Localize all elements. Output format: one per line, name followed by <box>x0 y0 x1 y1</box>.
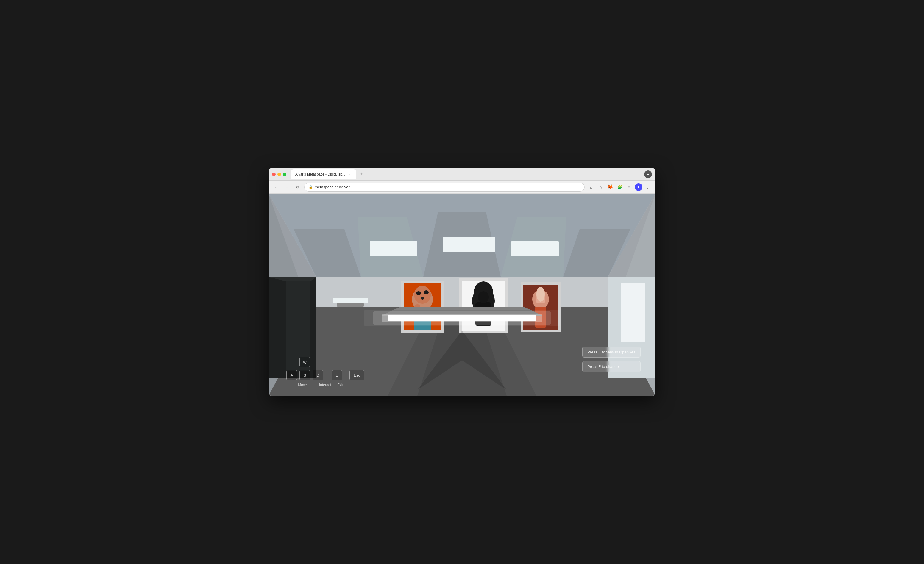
a-key: A <box>286 370 297 380</box>
exit-label: Exit <box>332 383 349 387</box>
refresh-icon: ↻ <box>296 185 300 190</box>
search-icon-button[interactable]: ⌕ <box>587 183 596 191</box>
interact-label: Interact <box>318 383 332 387</box>
bookmark-icon[interactable]: ☆ <box>597 183 605 191</box>
tab-bar: Alvar's Metaspace - Digital sp... × + <box>291 169 642 180</box>
change-panel: Press F to change <box>582 361 640 372</box>
right-panels: Press E to view in OpenSea Press F to ch… <box>582 347 640 372</box>
forward-icon: → <box>285 185 289 190</box>
title-bar: Alvar's Metaspace - Digital sp... × + ● <box>268 168 656 181</box>
close-button[interactable] <box>272 172 276 176</box>
minimize-button[interactable] <box>278 172 281 176</box>
svg-point-32 <box>414 286 431 304</box>
new-tab-button[interactable]: + <box>357 170 366 178</box>
browser-window: Alvar's Metaspace - Digital sp... × + ● … <box>268 168 656 396</box>
svg-rect-57 <box>337 303 364 307</box>
list-icon[interactable]: ≡ <box>625 183 633 191</box>
svg-rect-10 <box>442 237 495 252</box>
traffic-lights <box>272 172 286 176</box>
url-bar[interactable]: 🔒 metaspace.fi/u/Alvar <box>304 183 585 191</box>
back-button[interactable]: ← <box>272 183 280 191</box>
e-key: E <box>332 370 342 380</box>
svg-point-33 <box>416 291 421 295</box>
keyboard-controls: W A S D E Esc Move Interact Exit <box>286 357 364 387</box>
svg-point-34 <box>424 290 429 295</box>
change-label: Press F to change <box>587 364 619 369</box>
svg-point-35 <box>421 297 424 299</box>
title-bar-right: ● <box>644 171 652 178</box>
move-label: Move <box>286 383 318 387</box>
profile-avatar[interactable]: A <box>634 183 642 191</box>
svg-point-49 <box>536 287 545 302</box>
svg-rect-26 <box>621 283 645 343</box>
menu-button[interactable]: ⋮ <box>644 183 652 191</box>
asde-key-row: A S D E Esc <box>286 370 364 380</box>
esc-key: Esc <box>350 370 364 380</box>
address-bar: ← → ↻ 🔒 metaspace.fi/u/Alvar ⌕ ☆ 🦊 🧩 ≡ A… <box>268 181 656 194</box>
forward-button[interactable]: → <box>283 183 291 191</box>
refresh-button[interactable]: ↻ <box>294 183 302 191</box>
svg-rect-28 <box>333 298 368 302</box>
maximize-button[interactable] <box>283 172 286 176</box>
browser-icon: ● <box>644 171 652 178</box>
opensea-panel: Press E to view in OpenSea <box>582 347 640 358</box>
active-tab[interactable]: Alvar's Metaspace - Digital sp... × <box>291 169 356 180</box>
svg-rect-8 <box>370 241 417 256</box>
url-text: metaspace.fi/u/Alvar <box>315 185 350 189</box>
svg-rect-12 <box>511 241 559 256</box>
toolbar-icons: ⌕ ☆ 🦊 🧩 ≡ A ⋮ <box>587 183 652 191</box>
tab-close-button[interactable]: × <box>348 172 352 177</box>
svg-marker-51 <box>393 307 531 310</box>
d-key: D <box>313 370 323 380</box>
svg-rect-56 <box>364 310 560 326</box>
s-key: S <box>300 370 310 380</box>
tab-title: Alvar's Metaspace - Digital sp... <box>295 172 345 177</box>
opensea-label: Press E to view in OpenSea <box>587 350 636 354</box>
back-icon: ← <box>274 185 278 190</box>
svg-point-43 <box>478 291 489 303</box>
w-key: W <box>300 357 310 367</box>
w-key-row: W <box>286 357 364 367</box>
fox-icon[interactable]: 🦊 <box>606 183 614 191</box>
lock-icon: 🔒 <box>309 185 313 189</box>
puzzle-icon[interactable]: 🧩 <box>616 183 624 191</box>
key-labels-row: Move Interact Exit <box>286 383 364 387</box>
gallery-viewport[interactable]: W A S D E Esc Move Interact Exit Press <box>268 194 656 396</box>
